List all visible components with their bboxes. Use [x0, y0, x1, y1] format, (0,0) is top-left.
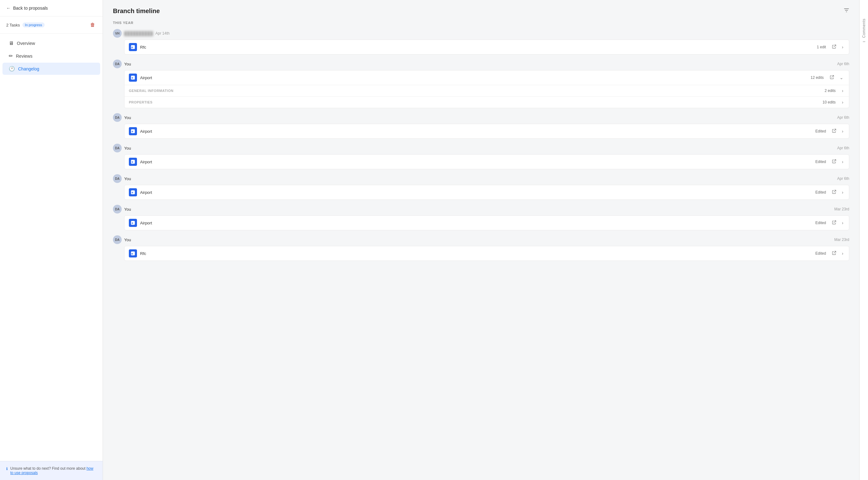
entry-card-main: ✈ Airport 12 edits ⌄	[124, 70, 849, 85]
entry-card: R Rfc Edited ›	[124, 246, 849, 261]
expand-button[interactable]: ›	[841, 159, 845, 165]
filter-button[interactable]	[844, 7, 849, 15]
sub-section-navigate-button[interactable]: ›	[841, 88, 845, 94]
page-title: Branch timeline	[113, 7, 160, 15]
entry-user: You	[124, 62, 835, 66]
changelog-icon: 🕐	[9, 66, 15, 72]
svg-text:✈: ✈	[131, 161, 133, 164]
entry-sub-section: PROPERTIES 10 edits ›	[124, 96, 849, 108]
timeline-entry: DA You Apr 6th ✈ Airport Edited ›	[113, 174, 849, 200]
entry-date: Apr 6th	[837, 115, 849, 120]
external-link-icon	[830, 75, 834, 79]
entry-date: Apr 14th	[155, 31, 169, 36]
svg-text:✈: ✈	[131, 130, 133, 133]
delete-button[interactable]: 🗑	[89, 21, 96, 29]
back-to-proposals-button[interactable]: ← Back to proposals	[0, 0, 103, 16]
section-label: THIS YEAR	[113, 21, 849, 25]
timeline-entry: DA You Apr 6th ✈ Airport Edited ›	[113, 144, 849, 169]
entry-action: Edited	[815, 129, 826, 133]
expand-button[interactable]: ›	[841, 189, 845, 196]
entry-meta: DA You Apr 6th	[113, 144, 849, 152]
external-link-button[interactable]	[831, 250, 837, 256]
expand-button[interactable]: ›	[841, 220, 845, 226]
collapse-button[interactable]: ⌄	[838, 74, 845, 81]
entry-meta: DA You Apr 6th	[113, 113, 849, 122]
sidebar-item-changelog[interactable]: 🕐 Changelog	[2, 63, 100, 75]
entry-meta: VH ██████████ Apr 14th	[113, 29, 849, 38]
expand-button[interactable]: ›	[841, 44, 845, 50]
timeline-entry: DA You Apr 6th ✈ Airport 12 edits ⌄	[113, 60, 849, 108]
entity-icon: R	[129, 43, 137, 51]
reviews-icon: ✏	[9, 53, 13, 59]
overview-icon: 🖥	[9, 40, 14, 46]
entry-card: ✈ Airport Edited ›	[124, 154, 849, 169]
entry-action: 12 edits	[811, 75, 824, 80]
entry-card: ✈ Airport Edited ›	[124, 124, 849, 139]
expand-button[interactable]: ›	[841, 250, 845, 256]
entity-icon: ✈	[129, 127, 137, 135]
avatar: DA	[113, 60, 122, 68]
back-arrow-icon: ←	[6, 6, 10, 10]
tasks-left: 2 Tasks In progress	[6, 23, 44, 27]
entry-date: Apr 6th	[837, 146, 849, 150]
entity-name: Airport	[140, 221, 812, 225]
external-link-button[interactable]	[831, 128, 837, 134]
avatar: VH	[113, 29, 122, 38]
timeline-entry: VH ██████████ Apr 14th R Rfc 1 edit ›	[113, 29, 849, 55]
avatar: DA	[113, 205, 122, 213]
entry-action: Edited	[815, 190, 826, 195]
avatar: DA	[113, 174, 122, 183]
entry-action: Edited	[815, 251, 826, 255]
entry-user: You	[124, 238, 832, 242]
in-progress-badge: In progress	[23, 23, 44, 27]
comments-tab[interactable]: ⫴ Comments	[862, 19, 866, 42]
external-link-button[interactable]	[831, 189, 837, 196]
sidebar-item-label: Changelog	[18, 66, 39, 71]
external-link-icon	[832, 190, 836, 194]
entity-icon: ✈	[129, 219, 137, 227]
sub-section-label: GENERAL INFORMATION	[129, 89, 822, 93]
svg-text:✈: ✈	[131, 222, 133, 225]
right-tab: ⫴ Comments	[859, 0, 868, 480]
entity-icon: ✈	[129, 158, 137, 166]
entry-card-main: ✈ Airport Edited ›	[124, 185, 849, 200]
entry-user: ██████████	[124, 31, 153, 36]
sidebar-item-reviews[interactable]: ✏ Reviews	[2, 50, 100, 62]
entry-user: You	[124, 115, 835, 120]
entry-card: ✈ Airport Edited ›	[124, 215, 849, 230]
footer-text: Unsure what to do next? Find out more ab…	[10, 466, 96, 475]
entry-action: 1 edit	[817, 45, 826, 49]
external-link-button[interactable]	[831, 159, 837, 165]
timeline-entry: DA You Apr 6th ✈ Airport Edited ›	[113, 113, 849, 139]
entry-card: R Rfc 1 edit ›	[124, 40, 849, 55]
page-header: Branch timeline	[113, 7, 849, 15]
filter-icon	[844, 7, 849, 13]
entry-meta: DA You Mar 23rd	[113, 205, 849, 213]
entry-card-main: R Rfc 1 edit ›	[124, 40, 849, 54]
sidebar-nav: 🖥 Overview ✏ Reviews 🕐 Changelog	[0, 34, 103, 461]
entry-action: Edited	[815, 221, 826, 225]
entry-meta: DA You Apr 6th	[113, 174, 849, 183]
external-link-icon	[832, 44, 836, 48]
sub-section-edits: 2 edits	[825, 89, 836, 93]
sidebar-item-overview[interactable]: 🖥 Overview	[2, 37, 100, 49]
sidebar-item-label: Overview	[17, 41, 35, 46]
main-content: Branch timeline THIS YEAR VH ██████████ …	[103, 0, 859, 480]
external-link-button[interactable]	[831, 220, 837, 226]
entity-icon: R	[129, 249, 137, 258]
timeline-entry: DA You Mar 23rd ✈ Airport Edited ›	[113, 205, 849, 230]
entity-name: Airport	[140, 75, 807, 80]
external-link-icon	[832, 251, 836, 255]
external-link-button[interactable]	[829, 74, 835, 81]
entity-name: Airport	[140, 129, 812, 134]
footer-info: ℹ Unsure what to do next? Find out more …	[6, 466, 96, 475]
entry-user: You	[124, 146, 835, 150]
entry-action: Edited	[815, 160, 826, 164]
sub-section-navigate-button[interactable]: ›	[841, 99, 845, 105]
external-link-icon	[832, 159, 836, 163]
external-link-icon	[832, 129, 836, 133]
entry-card: ✈ Airport 12 edits ⌄ GENERAL INFORMATION…	[124, 70, 849, 108]
expand-button[interactable]: ›	[841, 128, 845, 134]
external-link-button[interactable]	[831, 44, 837, 50]
entry-date: Apr 6th	[837, 62, 849, 66]
